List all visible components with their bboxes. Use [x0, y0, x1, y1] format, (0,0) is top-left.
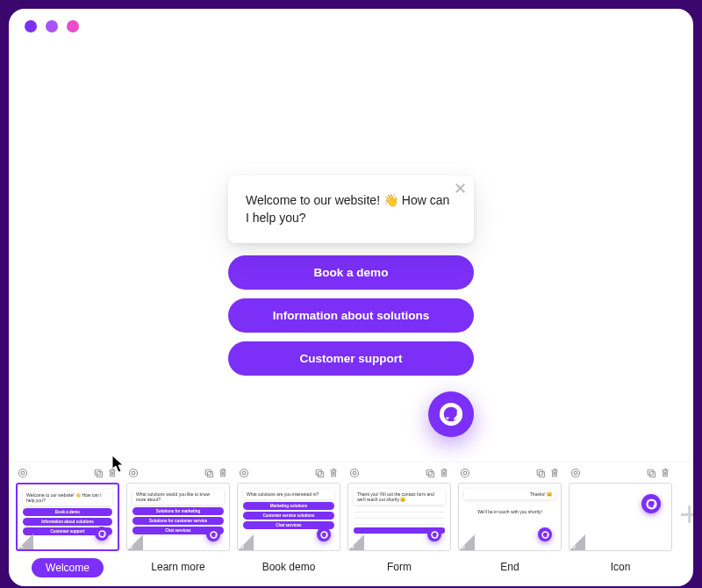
- thumbnail-preview: Welcome to our website! 👋 How can I help…: [23, 490, 112, 544]
- preview-option: Information about solutions: [23, 518, 112, 526]
- preview-form-field: [354, 520, 445, 525]
- chat-option-button[interactable]: Book a demo: [228, 255, 474, 290]
- chat-bubble-icon: [439, 402, 463, 427]
- slide-column: 6Icon: [569, 466, 672, 576]
- trash-icon[interactable]: [218, 468, 228, 478]
- preview-launcher-icon: [538, 527, 552, 541]
- trash-icon[interactable]: [660, 468, 670, 478]
- preview-subtext: We'll be in touch with you shortly!: [464, 509, 555, 514]
- preview-launcher-icon: [206, 527, 220, 541]
- slide-number: 3: [240, 541, 244, 550]
- slide-label[interactable]: End: [490, 558, 529, 576]
- slide-label[interactable]: Learn more: [140, 558, 215, 576]
- trash-icon[interactable]: [107, 468, 118, 478]
- window-dot: [25, 20, 37, 32]
- window-dot: [46, 20, 58, 32]
- preview-message: Thanks! 😊: [464, 489, 555, 499]
- add-slide-button[interactable]: +: [679, 466, 693, 563]
- preview-launcher-icon: [95, 527, 109, 541]
- preview-option: Solutions for marketing: [133, 507, 224, 515]
- preview-form-field: [354, 507, 445, 513]
- preview-message: What solutions are you interested in?: [243, 489, 334, 499]
- slide-thumbnail[interactable]: 6: [569, 483, 672, 551]
- slide-label[interactable]: Form: [376, 558, 422, 576]
- target-icon[interactable]: [128, 468, 139, 478]
- preview-option: Customer service solutions: [243, 512, 334, 520]
- duplicate-icon[interactable]: [646, 468, 656, 478]
- slide-column: Thank you! Fill out the contact form and…: [347, 466, 451, 576]
- preview-message: Welcome to our website! 👋 How can I help…: [23, 490, 112, 506]
- close-icon[interactable]: ✕: [454, 181, 467, 197]
- thumbnail-preview: What solutions would you like to know mo…: [133, 489, 224, 545]
- slide-thumbnail[interactable]: What solutions are you interested in?Mar…: [237, 483, 340, 551]
- thumbnail-preview: Thank you! Fill out the contact form and…: [354, 489, 445, 545]
- preview-launcher-icon: [641, 494, 661, 513]
- slide-thumbnail[interactable]: Thank you! Fill out the contact form and…: [347, 483, 451, 551]
- slide-toolbar: [569, 466, 672, 480]
- slide-number: 2: [129, 541, 133, 550]
- duplicate-icon[interactable]: [535, 468, 546, 478]
- window-titlebar: [9, 9, 693, 44]
- slide-number: 1: [19, 541, 24, 549]
- duplicate-icon[interactable]: [425, 468, 435, 478]
- slide-toolbar: [126, 466, 230, 480]
- chat-launcher[interactable]: [428, 391, 474, 437]
- thumbnail-preview: Thanks! 😊We'll be in touch with you shor…: [464, 489, 555, 545]
- preview-form-field: [354, 513, 445, 519]
- chat-widget-preview: ✕ Welcome to our website! 👋 How can I he…: [228, 176, 474, 437]
- trash-icon[interactable]: [328, 468, 339, 478]
- slide-label[interactable]: Icon: [600, 558, 641, 576]
- duplicate-icon[interactable]: [314, 468, 325, 478]
- preview-launcher-icon: [317, 527, 331, 541]
- trash-icon[interactable]: [549, 468, 560, 478]
- slide-toolbar: [458, 466, 562, 480]
- target-icon[interactable]: [239, 468, 249, 478]
- slide-label[interactable]: Book demo: [252, 558, 326, 576]
- window-dot: [67, 20, 79, 32]
- slide-column: Thanks! 😊We'll be in touch with you shor…: [458, 466, 562, 576]
- slide-number: 5: [461, 541, 465, 550]
- editor-canvas: ✕ Welcome to our website! 👋 How can I he…: [9, 44, 693, 462]
- slide-toolbar: [237, 466, 340, 480]
- preview-option: Book a demo: [23, 508, 112, 516]
- slide-column: What solutions would you like to know mo…: [126, 466, 230, 576]
- preview-option: Marketing solutions: [243, 502, 334, 510]
- thumbnail-preview: What solutions are you interested in?Mar…: [243, 489, 334, 545]
- preview-option: Solutions for customer service: [133, 517, 224, 525]
- slide-thumbnail[interactable]: What solutions would you like to know mo…: [126, 483, 230, 551]
- slide-number: 6: [571, 541, 576, 550]
- duplicate-icon[interactable]: [93, 468, 104, 478]
- target-icon[interactable]: [18, 468, 28, 478]
- slide-thumbnail[interactable]: Thanks! 😊We'll be in touch with you shor…: [458, 483, 562, 551]
- preview-message: What solutions would you like to know mo…: [133, 489, 224, 505]
- chat-message-text: Welcome to our website! 👋 How can I help…: [246, 191, 456, 227]
- chat-option-button[interactable]: Customer support: [228, 341, 474, 376]
- slide-thumbnail[interactable]: Welcome to our website! 👋 How can I help…: [16, 483, 119, 551]
- trash-icon[interactable]: [439, 468, 449, 478]
- slide-toolbar: [347, 466, 451, 480]
- target-icon[interactable]: [349, 468, 360, 478]
- chat-option-button[interactable]: Information about solutions: [228, 298, 474, 333]
- slide-shelf: Welcome to our website! 👋 How can I help…: [9, 462, 693, 586]
- chat-message-card: ✕ Welcome to our website! 👋 How can I he…: [228, 176, 474, 243]
- slide-number: 4: [350, 541, 355, 550]
- slide-label[interactable]: Welcome: [32, 558, 104, 577]
- slide-toolbar: [16, 466, 119, 480]
- app-window: ✕ Welcome to our website! 👋 How can I he…: [9, 9, 693, 586]
- slide-column: What solutions are you interested in?Mar…: [237, 466, 340, 576]
- preview-launcher-icon: [427, 527, 441, 541]
- thumbnail-preview: [575, 489, 666, 545]
- slide-column: Welcome to our website! 👋 How can I help…: [16, 466, 119, 577]
- preview-message: Thank you! Fill out the contact form and…: [354, 489, 445, 505]
- target-icon[interactable]: [570, 468, 581, 478]
- target-icon[interactable]: [460, 468, 470, 478]
- duplicate-icon[interactable]: [204, 468, 214, 478]
